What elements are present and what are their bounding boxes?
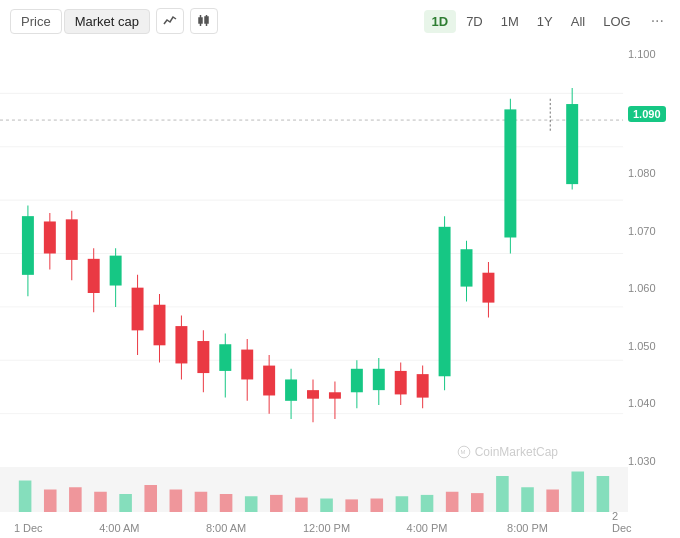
svg-rect-73 [220,494,233,512]
candlestick-chart: M CoinMarketCap [0,40,628,467]
svg-rect-82 [446,492,459,512]
y-label-1030: 1.030 [628,455,680,467]
time-7d[interactable]: 7D [458,10,491,33]
svg-rect-47 [373,369,385,390]
svg-rect-78 [345,499,358,512]
y-label-1070: 1.070 [628,225,680,237]
svg-rect-53 [439,227,451,376]
svg-rect-25 [132,288,144,331]
time-range-group: 1D 7D 1M 1Y All LOG [424,10,639,33]
line-chart-icon[interactable] [156,8,184,34]
svg-rect-39 [285,379,297,400]
svg-rect-87 [571,472,584,513]
x-label-8am: 8:00 AM [206,522,246,534]
svg-rect-86 [546,490,559,513]
time-1d[interactable]: 1D [424,10,457,33]
svg-rect-65 [19,481,32,513]
svg-rect-29 [175,326,187,363]
svg-rect-45 [351,369,363,392]
svg-rect-62 [566,104,578,184]
svg-rect-57 [482,273,494,303]
svg-rect-31 [197,341,209,373]
price-tab[interactable]: Price [10,9,62,34]
y-label-1100: 1.100 [628,48,680,60]
svg-rect-69 [119,494,132,512]
svg-rect-41 [307,390,319,399]
time-log[interactable]: LOG [595,10,638,33]
svg-rect-79 [371,499,384,513]
svg-rect-70 [144,485,157,512]
x-label-2dec: 2 Dec [612,510,632,534]
svg-rect-19 [66,219,78,260]
svg-rect-35 [241,350,253,380]
svg-rect-84 [496,476,509,512]
svg-rect-80 [396,496,409,512]
y-label-1090: 1.090 [628,106,680,122]
svg-rect-68 [94,492,107,512]
svg-rect-33 [219,344,231,371]
svg-rect-83 [471,493,484,512]
svg-rect-21 [88,259,100,293]
watermark: M CoinMarketCap [457,445,558,459]
svg-rect-88 [597,476,610,512]
svg-rect-74 [245,496,258,512]
svg-rect-55 [461,249,473,286]
svg-rect-3 [205,17,208,23]
candle-chart-icon[interactable] [190,8,218,34]
x-label-1dec: 1 Dec [14,522,43,534]
svg-rect-76 [295,498,308,512]
time-1m[interactable]: 1M [493,10,527,33]
svg-rect-43 [329,392,341,398]
x-label-4am: 4:00 AM [99,522,139,534]
time-1y[interactable]: 1Y [529,10,561,33]
svg-rect-59 [504,109,516,237]
chart-type-tabs: Price Market cap [10,9,150,34]
svg-rect-67 [69,487,82,512]
svg-rect-71 [170,490,183,513]
svg-rect-51 [417,374,429,397]
y-label-1060: 1.060 [628,282,680,294]
more-options-button[interactable]: ··· [645,8,670,34]
svg-rect-0 [199,18,202,23]
svg-rect-81 [421,495,434,512]
chart-svg [0,40,628,467]
x-label-4pm: 4:00 PM [407,522,448,534]
svg-text:M: M [460,449,465,455]
x-label-8pm: 8:00 PM [507,522,548,534]
svg-rect-23 [110,256,122,286]
x-label-12pm: 12:00 PM [303,522,350,534]
svg-rect-17 [44,221,56,253]
y-label-1080: 1.080 [628,167,680,179]
chart-container: Price Market cap 1D 7D 1M 1Y All [0,0,680,538]
svg-rect-85 [521,487,534,512]
toolbar: Price Market cap 1D 7D 1M 1Y All [0,8,680,40]
svg-rect-77 [320,499,333,513]
volume-area [0,467,628,512]
x-axis: 1 Dec 4:00 AM 8:00 AM 12:00 PM 4:00 PM 8… [0,512,628,538]
svg-rect-15 [22,216,34,275]
time-all[interactable]: All [563,10,593,33]
svg-rect-49 [395,371,407,394]
y-label-1050: 1.050 [628,340,680,352]
svg-rect-66 [44,490,57,513]
y-axis: 1.100 1.090 1.080 1.070 1.060 1.050 1.04… [628,40,680,467]
svg-rect-72 [195,492,208,512]
market-cap-tab[interactable]: Market cap [64,9,150,34]
svg-rect-75 [270,495,283,512]
svg-rect-37 [263,366,275,396]
svg-rect-27 [154,305,166,346]
y-label-1040: 1.040 [628,397,680,409]
chart-area: M CoinMarketCap 1.100 1.090 1.080 1.070 … [0,40,680,467]
